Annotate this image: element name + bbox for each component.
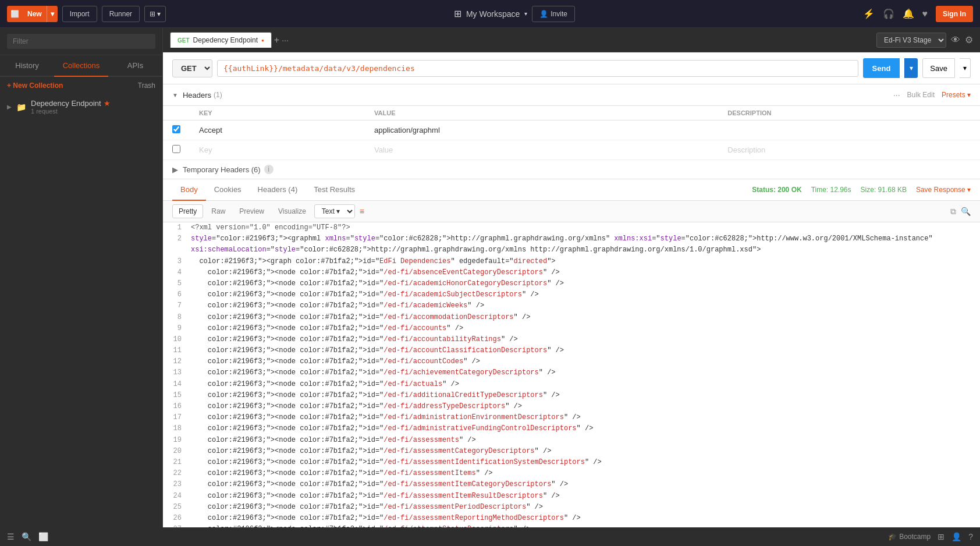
save-dropdown-button[interactable]: ▾ bbox=[960, 58, 971, 78]
line-content[interactable]: color:#2196f3;"><node color:#7b1fa2;">id… bbox=[191, 289, 980, 300]
line-content[interactable]: color:#2196f3;"><node color:#7b1fa2;">id… bbox=[191, 401, 980, 412]
invite-button[interactable]: 👤 Invite bbox=[532, 6, 575, 22]
lightning-icon[interactable]: ⚡ bbox=[863, 8, 875, 19]
help-icon[interactable]: ? bbox=[968, 532, 973, 541]
raw-button[interactable]: Raw bbox=[205, 205, 231, 218]
line-number: 5 bbox=[163, 278, 191, 289]
line-number: 2 bbox=[163, 233, 191, 244]
more-icon[interactable]: ··· bbox=[893, 90, 900, 100]
visualize-button[interactable]: Visualize bbox=[272, 205, 312, 218]
notification-icon[interactable]: 🔔 bbox=[903, 8, 914, 19]
code-line: 1<?xml version="1.0" encoding="UTF-8"?> bbox=[163, 222, 980, 233]
sidebar-tab-history[interactable]: History bbox=[0, 55, 54, 77]
line-content[interactable]: color:#2196f3;"><node color:#7b1fa2;">id… bbox=[191, 491, 980, 502]
tab-body[interactable]: Body bbox=[172, 179, 206, 201]
header-value-placeholder[interactable]: Value bbox=[365, 140, 718, 160]
headphones-icon[interactable]: 🎧 bbox=[883, 8, 894, 19]
header-checkbox-placeholder[interactable] bbox=[172, 145, 180, 153]
line-content[interactable]: color:#2196f3;"><node color:#7b1fa2;">id… bbox=[191, 423, 980, 434]
workspace-name[interactable]: My Workspace bbox=[466, 9, 520, 19]
bottom-icon-3[interactable]: ⬜ bbox=[38, 532, 48, 541]
send-dropdown-button[interactable]: ▾ bbox=[904, 58, 918, 78]
filter-input[interactable] bbox=[7, 34, 155, 49]
line-content[interactable]: color:#2196f3;"><node color:#7b1fa2;">id… bbox=[191, 468, 980, 479]
trash-button[interactable]: Trash bbox=[138, 81, 155, 90]
headers-title: Headers bbox=[183, 91, 211, 100]
line-content[interactable]: color:#2196f3;"><node color:#7b1fa2;">id… bbox=[191, 367, 980, 378]
eye-icon[interactable]: 👁 bbox=[951, 35, 960, 45]
header-key-1[interactable]: Accept bbox=[190, 120, 365, 140]
save-button[interactable]: Save bbox=[922, 58, 955, 78]
bootcamp-button[interactable]: 🎓 Bootcamp bbox=[888, 533, 931, 541]
bottom-icon-1[interactable]: ☰ bbox=[7, 532, 15, 541]
sign-in-button[interactable]: Sign In bbox=[936, 6, 973, 22]
bulk-edit-link[interactable]: Bulk Edit bbox=[907, 91, 935, 99]
temp-headers-section[interactable]: ▶ Temporary Headers (6) i bbox=[163, 160, 980, 179]
line-content[interactable]: color:#2196f3;"><node color:#7b1fa2;">id… bbox=[191, 345, 980, 356]
environment-select[interactable]: Ed-Fi V3 Stage bbox=[876, 33, 946, 48]
collection-item[interactable]: ▶ 📁 Depedency Endpoint ★ 1 request bbox=[0, 94, 162, 119]
line-number: 1 bbox=[163, 222, 191, 233]
temp-headers-expand-icon: ▶ bbox=[172, 165, 178, 174]
runner-button[interactable]: Runner bbox=[102, 6, 140, 22]
grid-icon[interactable]: ⊞ bbox=[938, 532, 945, 541]
url-input[interactable] bbox=[217, 60, 858, 77]
line-content[interactable]: color:#2196f3;"><node color:#7b1fa2;">id… bbox=[191, 312, 980, 323]
workspace-dropdown-icon[interactable]: ▾ bbox=[524, 10, 527, 17]
line-content[interactable]: color:#2196f3;"><graph color:#7b1fa2;">i… bbox=[191, 256, 980, 267]
format-select[interactable]: Text ▾ bbox=[314, 204, 355, 218]
new-collection-button[interactable]: + New Collection bbox=[7, 81, 63, 90]
header-key-placeholder[interactable]: Key bbox=[190, 140, 365, 160]
line-content[interactable]: color:#2196f3;"><node color:#7b1fa2;">id… bbox=[191, 513, 980, 524]
header-checkbox-1[interactable] bbox=[172, 125, 180, 133]
header-value-1[interactable]: application/graphml bbox=[365, 120, 718, 140]
pretty-button[interactable]: Pretty bbox=[172, 204, 203, 218]
line-content[interactable]: color:#2196f3;"><node color:#7b1fa2;">id… bbox=[191, 267, 980, 278]
more-tabs-button[interactable]: ··· bbox=[282, 36, 289, 45]
person-icon[interactable]: 👤 bbox=[951, 532, 961, 541]
headers-toggle[interactable]: ▼ Headers (1) ··· Bulk Edit Presets ▾ bbox=[163, 84, 980, 106]
line-content[interactable]: color:#2196f3;"><node color:#7b1fa2;">id… bbox=[191, 323, 980, 334]
line-content[interactable]: color:#2196f3;"><node color:#7b1fa2;">id… bbox=[191, 300, 980, 311]
sidebar-tabs: History Collections APIs bbox=[0, 55, 162, 77]
import-button[interactable]: Import bbox=[62, 6, 97, 22]
layout-button[interactable]: ⊞ ▾ bbox=[144, 6, 166, 22]
line-number: 20 bbox=[163, 446, 191, 457]
line-content[interactable]: color:#2196f3;"><node color:#7b1fa2;">id… bbox=[191, 278, 980, 289]
header-desc-placeholder[interactable]: Description bbox=[718, 140, 980, 160]
send-button[interactable]: Send bbox=[863, 58, 900, 78]
line-content[interactable]: color:#2196f3;"><node color:#7b1fa2;">id… bbox=[191, 412, 980, 423]
line-number: 12 bbox=[163, 356, 191, 367]
heart-icon[interactable]: ♥ bbox=[922, 9, 928, 19]
tab-cookies[interactable]: Cookies bbox=[206, 179, 250, 201]
settings-icon[interactable]: ⚙ bbox=[965, 34, 973, 45]
presets-button[interactable]: Presets ▾ bbox=[942, 91, 971, 99]
line-content[interactable]: color:#2196f3;"><node color:#7b1fa2;">id… bbox=[191, 446, 980, 457]
bottom-icon-2[interactable]: 🔍 bbox=[22, 532, 31, 541]
line-content[interactable]: style="color:#2196f3;"><graphml xmlns="s… bbox=[191, 233, 980, 256]
header-desc-1[interactable] bbox=[718, 120, 980, 140]
sidebar-tab-collections[interactable]: Collections bbox=[54, 55, 108, 77]
save-response-button[interactable]: Save Response ▾ bbox=[916, 186, 971, 194]
code-editor[interactable]: 1<?xml version="1.0" encoding="UTF-8"?>2… bbox=[163, 222, 980, 546]
line-content[interactable]: <?xml version="1.0" encoding="UTF-8"?> bbox=[191, 222, 980, 233]
request-tab[interactable]: GET Depedency Endpoint ● bbox=[170, 32, 272, 48]
preview-button[interactable]: Preview bbox=[233, 205, 270, 218]
new-button[interactable]: ⬜ New ▾ bbox=[7, 6, 58, 22]
method-select[interactable]: GET bbox=[172, 59, 212, 77]
line-content[interactable]: color:#2196f3;"><node color:#7b1fa2;">id… bbox=[191, 356, 980, 367]
line-content[interactable]: color:#2196f3;"><node color:#7b1fa2;">id… bbox=[191, 435, 980, 446]
line-content[interactable]: color:#2196f3;"><node color:#7b1fa2;">id… bbox=[191, 334, 980, 345]
search-icon[interactable]: 🔍 bbox=[961, 207, 971, 217]
wrap-icon[interactable]: ≡ bbox=[360, 207, 364, 216]
line-content[interactable]: color:#2196f3;"><node color:#7b1fa2;">id… bbox=[191, 457, 980, 468]
tab-test-results[interactable]: Test Results bbox=[306, 179, 363, 201]
line-content[interactable]: color:#2196f3;"><node color:#7b1fa2;">id… bbox=[191, 379, 980, 390]
add-tab-button[interactable]: + bbox=[274, 35, 279, 45]
copy-icon[interactable]: ⧉ bbox=[950, 207, 956, 217]
tab-headers[interactable]: Headers (4) bbox=[250, 179, 306, 201]
line-content[interactable]: color:#2196f3;"><node color:#7b1fa2;">id… bbox=[191, 479, 980, 490]
line-content[interactable]: color:#2196f3;"><node color:#7b1fa2;">id… bbox=[191, 502, 980, 513]
line-content[interactable]: color:#2196f3;"><node color:#7b1fa2;">id… bbox=[191, 390, 980, 401]
sidebar-tab-apis[interactable]: APIs bbox=[108, 55, 162, 77]
